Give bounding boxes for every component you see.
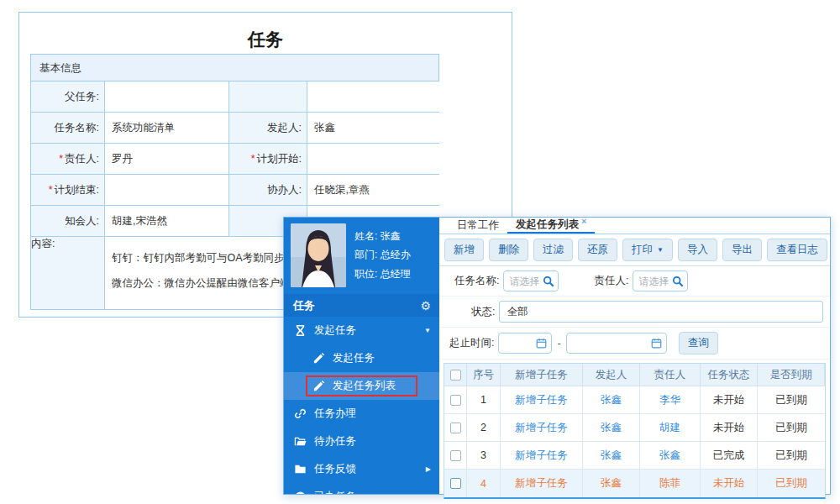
row-checkbox[interactable] [450,478,461,489]
calendar-icon[interactable] [536,338,547,349]
chevron-down-icon: ▼ [424,327,431,334]
hourglass-icon [294,324,307,337]
parent-task-field[interactable] [105,81,229,112]
add-button[interactable]: 新增 [444,239,484,261]
annotation-red-box: 发起任务列表 [306,375,417,396]
required-marker: * [59,153,63,165]
form-row-plan-end: *计划结束: 协办人: 任晓渠,章燕 [31,175,438,206]
table-row: 2 新增子任务 张鑫 胡建 未开始 已到期 [444,414,825,442]
owner-link[interactable]: 张鑫 [659,449,680,463]
profile-department: 部门: 总经办 [354,248,411,262]
due-cell: 已到期 [775,449,807,463]
profile-name: 姓名: 张鑫 [354,229,411,244]
owner-picker[interactable] [633,270,688,291]
sidebar-module-header: 任务 ⚙ [284,294,439,317]
search-icon[interactable] [672,276,684,287]
delete-button[interactable]: 删除 [489,239,528,261]
section-header-basic-info: 基本信息 [31,55,438,81]
task-name-filter-label: 任务名称: [454,274,499,288]
export-button[interactable]: 导出 [722,239,762,261]
sidebar-item-label: 已办任务 [314,490,356,494]
owner-link[interactable]: 李华 [659,393,680,407]
print-button[interactable]: 打印▼ [622,239,673,261]
plan-end-label: 计划结束: [55,183,99,197]
initiator-link[interactable]: 张鑫 [601,421,622,435]
table-row: 3 新增子任务 张鑫 张鑫 已完成 已到期 [444,442,825,470]
gear-icon[interactable]: ⚙ [420,299,431,312]
col-seq: 序号 [473,368,494,382]
calendar-icon[interactable] [651,338,662,349]
chevron-down-icon: ▼ [657,246,664,254]
date-to-input[interactable] [566,333,667,354]
task-name-field[interactable]: 系统功能清单 [105,113,229,143]
sidebar-item-initiate-task-list[interactable]: 发起任务列表 [284,372,439,400]
col-owner: 责任人 [654,368,686,382]
form-row-owner: *责任人: 罗丹 *计划开始: [31,144,438,175]
tab-bar: 日常工作 发起任务列表 × [439,218,830,234]
sidebar-item-initiate-task-sub[interactable]: 发起任务 [284,344,439,372]
informed-label: 知会人: [65,214,99,228]
sidebar-item-task-handling[interactable]: 任务办理 [284,400,439,428]
search-icon[interactable] [543,276,554,287]
chevron-right-icon: ▶ [426,465,431,473]
assistant-label: 协办人: [267,183,302,197]
view-log-button[interactable]: 查看日志 [767,239,827,261]
filter-button[interactable]: 过滤 [533,239,573,261]
toolbar: 新增 删除 过滤 还原 打印▼ 导入 导出 查看日志 [439,234,830,266]
informed-field[interactable]: 胡建,宋浩然 [105,206,229,236]
initiator-link[interactable]: 张鑫 [601,476,622,491]
date-from-input[interactable] [498,333,552,354]
status-filter-label: 状态: [471,305,495,319]
pencil-icon [312,380,325,392]
status-cell: 已完成 [713,449,745,463]
check-circle-icon [294,491,307,494]
sidebar-item-initiate-task[interactable]: 发起任务 ▼ [284,317,439,344]
table-row: 1 新增子任务 张鑫 李华 未开始 已到期 [444,386,825,414]
row-checkbox[interactable] [450,423,461,433]
initiator-field[interactable]: 张鑫 [307,113,440,143]
tab-daily-work[interactable]: 日常工作 [449,218,507,234]
daterange-filter-label: 起止时间: [449,336,494,350]
status-select[interactable]: 全部 [499,301,823,323]
add-subtask-link[interactable]: 新增子任务 [515,393,568,407]
add-subtask-link[interactable]: 新增子任务 [515,421,568,435]
module-title: 任务 [293,298,315,313]
due-cell: 已到期 [775,393,807,407]
sidebar-item-task-feedback[interactable]: 任务反馈 ▶ [284,455,439,483]
row-checkbox[interactable] [450,450,461,461]
add-subtask-link[interactable]: 新增子任务 [515,476,568,491]
owner-link[interactable]: 陈菲 [659,476,680,491]
restore-button[interactable]: 还原 [578,239,617,261]
owner-filter-label: 责任人: [594,274,628,288]
initiator-link[interactable]: 张鑫 [601,393,622,407]
select-all-checkbox[interactable] [450,370,461,381]
avatar-portrait [291,223,346,287]
due-cell: 已到期 [775,476,807,491]
user-profile: 姓名: 张鑫 部门: 总经办 职位: 总经理 [284,218,439,294]
initiator-link[interactable]: 张鑫 [601,449,622,463]
col-add-subtask: 新增子任务 [515,368,568,382]
assistant-field[interactable]: 任晓渠,章燕 [307,175,440,205]
tab-initiated-task-list[interactable]: 发起任务列表 × [507,218,595,234]
sidebar-item-pending-tasks[interactable]: 待办任务 [284,428,439,455]
sidebar-item-label: 发起任务 [314,323,356,338]
pencil-icon [312,352,325,365]
task-name-label: 任务名称: [55,121,99,135]
add-subtask-link[interactable]: 新增子任务 [515,449,568,463]
sidebar-item-done-tasks[interactable]: 已办任务 [284,483,439,494]
import-button[interactable]: 导入 [678,239,717,261]
owner-link[interactable]: 胡建 [659,421,680,435]
form-row-parent-task: 父任务: [31,81,438,113]
plan-end-field[interactable] [105,175,229,205]
query-button[interactable]: 查询 [679,332,718,354]
plan-start-field[interactable] [307,144,440,174]
col-initiator: 发起人 [596,368,627,382]
owner-field[interactable]: 罗丹 [105,144,229,174]
plan-start-label: 计划开始: [257,152,302,166]
filter-area: 任务名称: 责任人: 状态: 全部 起止时间: [439,266,830,360]
close-icon[interactable]: × [581,216,586,226]
owner-input[interactable] [638,276,672,287]
task-name-input[interactable] [509,276,543,287]
row-checkbox[interactable] [450,395,461,406]
task-name-picker[interactable] [503,270,559,291]
